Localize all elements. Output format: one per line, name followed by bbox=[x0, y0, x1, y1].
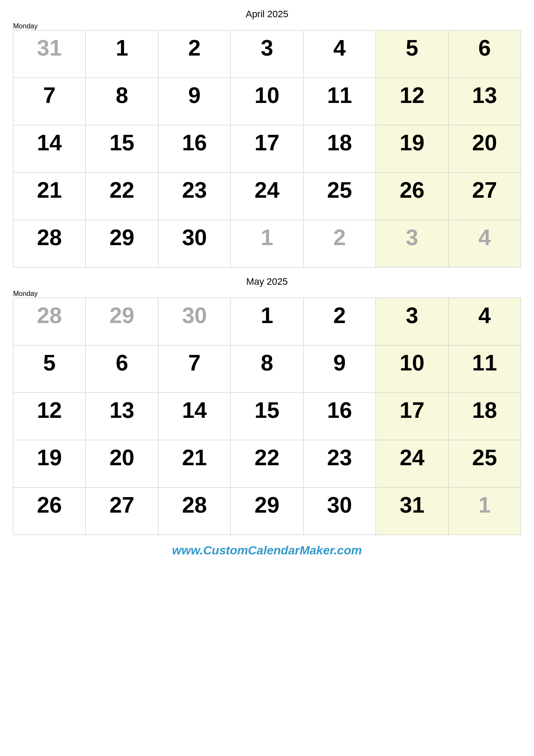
may-cell-1-2: 7 bbox=[158, 345, 230, 393]
may-cell-3-3: 22 bbox=[231, 440, 303, 488]
april-row-3: 21222324252627 bbox=[13, 173, 521, 220]
april-cell-3-1: 22 bbox=[86, 173, 158, 220]
april-cell-4-3: 1 bbox=[231, 220, 303, 268]
april-cell-3-0: 21 bbox=[13, 173, 86, 220]
may-cell-0-3: 1 bbox=[231, 298, 303, 345]
may-cell-1-5: 10 bbox=[376, 345, 448, 393]
april-cell-4-2: 30 bbox=[158, 220, 230, 268]
april-cell-3-4: 25 bbox=[303, 173, 376, 220]
may-cell-4-4: 30 bbox=[303, 488, 376, 535]
april-cell-0-4: 4 bbox=[303, 31, 376, 78]
watermark: www.CustomCalendarMaker.com bbox=[13, 544, 521, 557]
april-cell-0-0: 31 bbox=[13, 31, 86, 78]
may-cell-1-1: 6 bbox=[86, 345, 158, 393]
may-calendar: May 2025 Monday 282930123456789101112131… bbox=[13, 276, 521, 535]
april-cell-0-1: 1 bbox=[86, 31, 158, 78]
may-cell-0-6: 4 bbox=[448, 298, 521, 345]
april-cell-2-0: 14 bbox=[13, 125, 86, 173]
may-cell-2-6: 18 bbox=[448, 393, 521, 440]
may-cell-3-2: 21 bbox=[158, 440, 230, 488]
april-cell-2-3: 17 bbox=[231, 125, 303, 173]
may-cell-4-6: 1 bbox=[448, 488, 521, 535]
april-calendar: April 2025 Monday 3112345678910111213141… bbox=[13, 9, 521, 268]
may-cell-0-0: 28 bbox=[13, 298, 86, 345]
may-cell-2-5: 17 bbox=[376, 393, 448, 440]
april-cell-1-4: 11 bbox=[303, 78, 376, 125]
april-cell-2-1: 15 bbox=[86, 125, 158, 173]
april-cell-0-2: 2 bbox=[158, 31, 230, 78]
may-cell-2-3: 15 bbox=[231, 393, 303, 440]
may-cell-3-5: 24 bbox=[376, 440, 448, 488]
april-cell-1-6: 13 bbox=[448, 78, 521, 125]
may-cell-0-4: 2 bbox=[303, 298, 376, 345]
april-cell-1-1: 8 bbox=[86, 78, 158, 125]
april-cell-1-2: 9 bbox=[158, 78, 230, 125]
may-cell-2-0: 12 bbox=[13, 393, 86, 440]
april-cell-0-3: 3 bbox=[231, 31, 303, 78]
april-row-0: 31123456 bbox=[13, 31, 521, 78]
april-cell-3-2: 23 bbox=[158, 173, 230, 220]
april-cell-4-5: 3 bbox=[376, 220, 448, 268]
may-row-3: 19202122232425 bbox=[13, 440, 521, 488]
may-cell-1-3: 8 bbox=[231, 345, 303, 393]
april-cell-1-0: 7 bbox=[13, 78, 86, 125]
april-cell-4-6: 4 bbox=[448, 220, 521, 268]
may-cell-0-5: 3 bbox=[376, 298, 448, 345]
april-table: Monday 311234567891011121314151617181920… bbox=[13, 22, 521, 268]
april-cell-4-1: 29 bbox=[86, 220, 158, 268]
may-cell-4-1: 27 bbox=[86, 488, 158, 535]
may-title: May 2025 bbox=[13, 276, 521, 287]
may-cell-0-1: 29 bbox=[86, 298, 158, 345]
may-row-4: 2627282930311 bbox=[13, 488, 521, 535]
may-cell-1-4: 9 bbox=[303, 345, 376, 393]
may-cell-0-2: 30 bbox=[158, 298, 230, 345]
april-cell-0-5: 5 bbox=[376, 31, 448, 78]
may-cell-2-2: 14 bbox=[158, 393, 230, 440]
may-cell-1-0: 5 bbox=[13, 345, 86, 393]
april-cell-4-4: 2 bbox=[303, 220, 376, 268]
may-cell-2-4: 16 bbox=[303, 393, 376, 440]
may-cell-4-3: 29 bbox=[231, 488, 303, 535]
april-cell-2-5: 19 bbox=[376, 125, 448, 173]
april-cell-2-6: 20 bbox=[448, 125, 521, 173]
may-cell-3-6: 25 bbox=[448, 440, 521, 488]
april-cell-1-3: 10 bbox=[231, 78, 303, 125]
may-cell-3-1: 20 bbox=[86, 440, 158, 488]
may-row-1: 567891011 bbox=[13, 345, 521, 393]
april-header-row: Monday bbox=[13, 22, 521, 31]
may-row-2: 12131415161718 bbox=[13, 393, 521, 440]
may-cell-3-4: 23 bbox=[303, 440, 376, 488]
april-row-1: 78910111213 bbox=[13, 78, 521, 125]
may-cell-4-5: 31 bbox=[376, 488, 448, 535]
may-cell-4-2: 28 bbox=[158, 488, 230, 535]
april-title: April 2025 bbox=[13, 9, 521, 20]
april-row-2: 14151617181920 bbox=[13, 125, 521, 173]
may-cell-1-6: 11 bbox=[448, 345, 521, 393]
may-cell-2-1: 13 bbox=[86, 393, 158, 440]
may-cell-4-0: 26 bbox=[13, 488, 86, 535]
april-cell-0-6: 6 bbox=[448, 31, 521, 78]
april-cell-3-5: 26 bbox=[376, 173, 448, 220]
may-table: Monday 282930123456789101112131415161718… bbox=[13, 290, 521, 535]
may-row-0: 2829301234 bbox=[13, 298, 521, 345]
april-cell-2-4: 18 bbox=[303, 125, 376, 173]
april-cell-3-6: 27 bbox=[448, 173, 521, 220]
april-cell-4-0: 28 bbox=[13, 220, 86, 268]
may-header-row: Monday bbox=[13, 290, 521, 298]
april-cell-1-5: 12 bbox=[376, 78, 448, 125]
april-cell-3-3: 24 bbox=[231, 173, 303, 220]
april-row-4: 2829301234 bbox=[13, 220, 521, 268]
may-cell-3-0: 19 bbox=[13, 440, 86, 488]
april-cell-2-2: 16 bbox=[158, 125, 230, 173]
